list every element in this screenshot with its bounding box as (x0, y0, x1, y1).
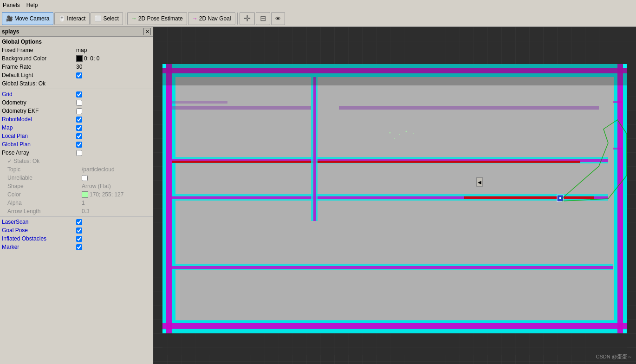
minus-button[interactable]: ⊟ (256, 12, 270, 25)
svg-rect-37 (162, 330, 166, 333)
bg-color-text: 0; 0; 0 (84, 55, 99, 62)
settings-button[interactable]: 👁 (271, 12, 285, 25)
move-camera-label: Move Camera (14, 15, 49, 22)
laser-scan-checkbox[interactable] (76, 219, 82, 225)
menu-panels[interactable]: Panels (3, 2, 20, 8)
bg-color-row: Background Color 0; 0; 0 (0, 54, 153, 63)
svg-point-24 (399, 134, 400, 135)
alpha-value[interactable]: 1 (82, 200, 151, 206)
global-plan-label[interactable]: Global Plan (2, 141, 76, 148)
laser-scan-label[interactable]: LaserScan (2, 219, 76, 225)
global-options-label: Global Options (2, 39, 76, 45)
map-label[interactable]: Map (2, 124, 76, 131)
nav-goal-button[interactable]: → 2D Nav Goal (188, 12, 235, 25)
svg-rect-20 (313, 77, 316, 221)
color-row: Color 170; 255; 127 (0, 190, 153, 199)
arrow-length-value[interactable]: 0.3 (82, 208, 151, 214)
add-icon: ✛ (244, 13, 251, 24)
odometry-ekf-row: Odometry EKF (0, 107, 153, 115)
separator-1 (0, 89, 153, 89)
marker-label[interactable]: Marker (2, 244, 76, 250)
panel-header: splays ✕ (0, 27, 153, 37)
add-button[interactable]: ✛ (240, 12, 255, 25)
alpha-row: Alpha 1 (0, 199, 153, 207)
odometry-ekf-checkbox[interactable] (76, 108, 82, 114)
robot-model-row: RobotModel (0, 115, 153, 124)
inflated-obstacles-checkbox[interactable] (76, 236, 82, 242)
robot-model-label[interactable]: RobotModel (2, 116, 76, 123)
goal-pose-checkbox[interactable] (76, 228, 82, 234)
svg-rect-28 (172, 106, 311, 110)
svg-rect-34 (162, 64, 627, 85)
frame-rate-value[interactable]: 30 (76, 64, 151, 70)
default-light-row: Default Light (0, 71, 153, 79)
goal-pose-label[interactable]: Goal Pose (2, 227, 76, 234)
svg-point-23 (389, 132, 391, 134)
svg-rect-10 (617, 64, 623, 333)
interact-button[interactable]: 🖱️ Interact (54, 12, 90, 25)
grid-label[interactable]: Grid (2, 91, 76, 98)
main-area: splays ✕ Global Options Fixed Frame map … (0, 27, 636, 364)
menu-help[interactable]: Help (26, 2, 38, 8)
panel-content[interactable]: Global Options Fixed Frame map Backgroun… (0, 37, 153, 364)
odometry-checkbox[interactable] (76, 100, 82, 106)
minus-icon: ⊟ (260, 14, 266, 23)
panel-title: splays (2, 28, 19, 35)
global-status-row: Global Status: Ok (0, 79, 153, 88)
svg-rect-30 (172, 101, 227, 104)
fixed-frame-row: Fixed Frame map (0, 46, 153, 54)
select-button[interactable]: ⬜ Select (91, 12, 123, 25)
svg-rect-9 (166, 64, 172, 333)
nav-goal-label: 2D Nav Goal (199, 15, 231, 22)
odometry-ekf-label: Odometry EKF (2, 108, 76, 114)
inflated-obstacles-label[interactable]: Inflated Obstacles (2, 235, 76, 242)
panel-close-button[interactable]: ✕ (143, 28, 151, 35)
default-light-checkbox[interactable] (76, 72, 82, 78)
laser-scan-row: LaserScan (0, 218, 153, 226)
map-row: Map (0, 124, 153, 132)
status-ok-label: ✓ Status: Ok (7, 158, 82, 164)
bg-color-label: Background Color (2, 55, 76, 62)
toolbar-separator-2 (237, 13, 238, 25)
color-swatch[interactable] (82, 191, 88, 198)
global-status-label: Global Status: Ok (2, 80, 76, 87)
grid-row: Grid (0, 90, 153, 98)
local-plan-checkbox[interactable] (76, 133, 82, 139)
collapse-panel-button[interactable]: ◀ (476, 177, 483, 187)
global-plan-row: Global Plan (0, 140, 153, 149)
topic-label: Topic (7, 166, 82, 173)
grid-checkbox[interactable] (76, 91, 82, 98)
svg-rect-29 (339, 106, 599, 110)
pose-array-label: Pose Array (2, 150, 76, 156)
svg-point-25 (406, 131, 407, 132)
watermark: CSDN @蛋蛋～ (596, 353, 632, 360)
pose-estimate-button[interactable]: → 2D Pose Estimate (127, 12, 187, 25)
unreliable-row: Unreliable (0, 174, 153, 182)
bg-color-swatch[interactable] (76, 55, 83, 62)
map-svg (153, 27, 636, 364)
fixed-frame-value[interactable]: map (76, 47, 151, 53)
map-canvas[interactable]: CSDN @蛋蛋～ (153, 27, 636, 364)
local-plan-label[interactable]: Local Plan (2, 133, 76, 139)
svg-rect-16 (464, 196, 594, 199)
shape-value[interactable]: Arrow (Flat) (82, 183, 151, 189)
move-camera-button[interactable]: 🎥 Move Camera (2, 12, 53, 25)
separator-2 (0, 216, 153, 217)
svg-point-27 (413, 133, 414, 134)
select-label: Select (103, 15, 118, 22)
pose-array-row: Pose Array (0, 149, 153, 157)
svg-rect-33 (162, 333, 627, 355)
marker-checkbox[interactable] (76, 244, 82, 250)
robot-model-checkbox[interactable] (76, 117, 82, 123)
toolbar: 🎥 Move Camera 🖱️ Interact ⬜ Select → 2D … (0, 10, 636, 27)
fixed-frame-label: Fixed Frame (2, 47, 76, 53)
svg-rect-32 (613, 148, 622, 150)
global-plan-checkbox[interactable] (76, 142, 82, 148)
map-checkbox[interactable] (76, 125, 82, 131)
topic-value[interactable]: /particlecloud (82, 166, 151, 173)
camera-icon: 🎥 (6, 15, 13, 22)
pose-estimate-label: 2D Pose Estimate (138, 15, 183, 22)
bg-color-value[interactable]: 0; 0; 0 (76, 55, 151, 62)
unreliable-checkbox[interactable] (82, 175, 88, 181)
pose-array-checkbox[interactable] (76, 150, 82, 156)
